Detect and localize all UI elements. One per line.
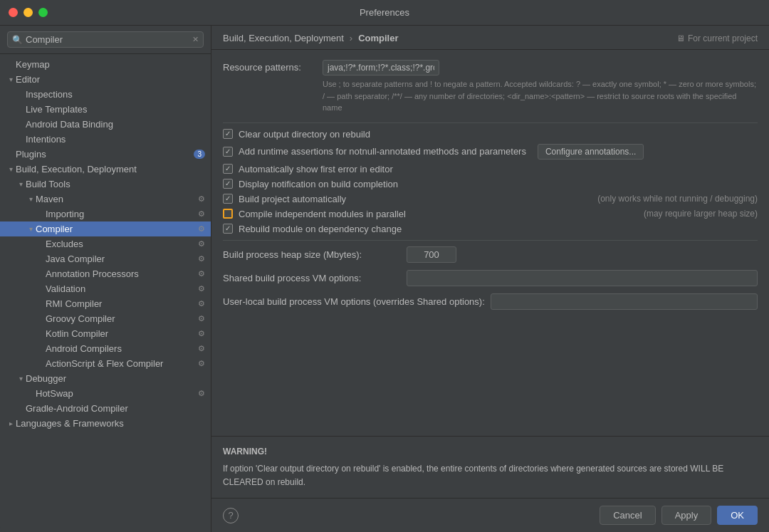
- sidebar-label-kotlin-compiler: Kotlin Compiler: [46, 328, 195, 339]
- divider-1: [223, 122, 758, 123]
- sidebar-label-validation: Validation: [46, 283, 195, 294]
- ok-button[interactable]: OK: [717, 506, 758, 525]
- sidebar-item-annotation-processors[interactable]: Annotation Processors⚙: [0, 266, 211, 281]
- sidebar-item-rmi-compiler[interactable]: RMI Compiler⚙: [0, 296, 211, 311]
- gear-icon: ⚙: [198, 269, 205, 278]
- checkbox-label-build-auto: Build project automatically: [239, 194, 346, 204]
- sidebar: 🔍 ✕ KeymapEditorInspectionsLive Template…: [0, 26, 211, 532]
- right-label-compile-parallel: (may require larger heap size): [644, 209, 758, 219]
- shared-vm-input[interactable]: [407, 270, 758, 286]
- gear-icon: ⚙: [198, 224, 205, 234]
- for-current-label: 🖥 For current project: [676, 33, 758, 43]
- gear-icon: ⚙: [198, 359, 205, 368]
- checkbox-show-first-error[interactable]: [223, 164, 233, 174]
- gear-icon: ⚙: [198, 284, 205, 293]
- sidebar-item-debugger[interactable]: Debugger: [0, 371, 211, 386]
- window-title: Preferences: [360, 7, 409, 18]
- divider-2: [223, 240, 758, 241]
- sidebar-item-gradle-android[interactable]: Gradle-Android Compiler: [0, 401, 211, 416]
- sidebar-item-maven[interactable]: Maven⚙: [0, 192, 211, 207]
- user-vm-label: User-local build process VM options (ove…: [223, 296, 485, 307]
- warning-title: WARNING!: [223, 445, 758, 459]
- sidebar-item-excludes[interactable]: Excludes⚙: [0, 236, 211, 251]
- window-controls: [9, 8, 48, 17]
- sidebar-item-validation[interactable]: Validation⚙: [0, 281, 211, 296]
- right-label-build-auto: (only works while not running / debuggin…: [597, 194, 758, 204]
- user-vm-input[interactable]: [491, 293, 758, 310]
- minimize-button[interactable]: [23, 8, 33, 17]
- sidebar-item-actionscript-flex[interactable]: ActionScript & Flex Compiler⚙: [0, 356, 211, 371]
- sidebar-label-live-templates: Live Templates: [26, 104, 205, 115]
- resource-patterns-label: Resource patterns:: [223, 60, 323, 73]
- sidebar-item-plugins[interactable]: Plugins3: [0, 147, 211, 162]
- checkbox-row-display-notification: Display notification on build completion: [223, 179, 758, 189]
- sidebar-item-keymap[interactable]: Keymap: [0, 57, 211, 72]
- search-box: 🔍 ✕: [0, 26, 211, 54]
- heap-size-input[interactable]: [407, 246, 456, 263]
- sidebar-label-build-exec-deploy: Build, Execution, Deployment: [16, 164, 205, 174]
- panel-body: Resource patterns: Use ; to separate pat…: [211, 50, 769, 436]
- checkbox-compile-parallel[interactable]: [223, 209, 233, 219]
- checkbox-display-notification[interactable]: [223, 179, 233, 189]
- right-panel: Build, Execution, Deployment › Compiler …: [211, 26, 769, 532]
- sidebar-item-groovy-compiler[interactable]: Groovy Compiler⚙: [0, 311, 211, 326]
- warning-box: WARNING! If option 'Clear output directo…: [211, 436, 769, 498]
- sidebar-label-keymap: Keymap: [16, 59, 205, 70]
- sidebar-label-compiler: Compiler: [36, 224, 195, 234]
- sidebar-item-editor[interactable]: Editor: [0, 72, 211, 87]
- checkbox-clear-output[interactable]: [223, 129, 233, 139]
- resource-patterns-input[interactable]: [323, 60, 439, 75]
- sidebar-item-compiler[interactable]: Compiler⚙: [0, 221, 211, 236]
- sidebar-label-debugger: Debugger: [26, 373, 205, 384]
- sidebar-item-android-data-binding[interactable]: Android Data Binding: [0, 117, 211, 132]
- sidebar-label-inspections: Inspections: [26, 89, 205, 100]
- sidebar-item-kotlin-compiler[interactable]: Kotlin Compiler⚙: [0, 326, 211, 341]
- sidebar-item-live-templates[interactable]: Live Templates: [0, 102, 211, 117]
- sidebar-item-build-exec-deploy[interactable]: Build, Execution, Deployment: [0, 162, 211, 177]
- cancel-button[interactable]: Cancel: [600, 506, 655, 525]
- gear-icon: ⚙: [198, 209, 205, 219]
- breadcrumb-part-1: Build, Execution, Deployment: [223, 33, 344, 43]
- checkbox-build-auto[interactable]: [223, 194, 233, 204]
- checkbox-label-rebuild-module: Rebuild module on dependency change: [239, 224, 402, 234]
- checkbox-row-show-first-error: Automatically show first error in editor: [223, 164, 758, 174]
- sidebar-label-excludes: Excludes: [46, 239, 195, 249]
- checkbox-label-clear-output: Clear output directory on rebuild: [239, 129, 370, 140]
- sidebar-item-inspections[interactable]: Inspections: [0, 87, 211, 102]
- checkbox-row-clear-output: Clear output directory on rebuild: [223, 129, 758, 140]
- checkbox-rebuild-module[interactable]: [223, 224, 233, 234]
- gear-icon: ⚙: [198, 314, 205, 323]
- gear-icon: ⚙: [198, 389, 205, 398]
- title-bar: Preferences: [0, 0, 769, 26]
- breadcrumb-sep: ›: [350, 33, 352, 43]
- checkbox-label-show-first-error: Automatically show first error in editor: [239, 164, 393, 174]
- sidebar-label-intentions: Intentions: [26, 134, 205, 145]
- gear-icon: ⚙: [198, 239, 205, 249]
- checkbox-add-runtime[interactable]: [223, 147, 233, 157]
- sidebar-item-importing[interactable]: Importing⚙: [0, 207, 211, 221]
- close-button[interactable]: [9, 8, 18, 17]
- maximize-button[interactable]: [38, 8, 48, 17]
- shared-vm-row: Shared build process VM options:: [223, 270, 758, 286]
- sidebar-label-gradle-android: Gradle-Android Compiler: [26, 403, 205, 414]
- sidebar-item-hotswap[interactable]: HotSwap⚙: [0, 386, 211, 401]
- sidebar-label-rmi-compiler: RMI Compiler: [46, 298, 195, 309]
- sidebar-item-android-compilers[interactable]: Android Compilers⚙: [0, 341, 211, 356]
- sidebar-item-build-tools[interactable]: Build Tools: [0, 177, 211, 192]
- shared-vm-label: Shared build process VM options:: [223, 273, 401, 283]
- help-button[interactable]: ?: [223, 508, 239, 523]
- checkbox-row-rebuild-module: Rebuild module on dependency change: [223, 224, 758, 234]
- apply-button[interactable]: Apply: [661, 506, 712, 525]
- configure-annotations-button[interactable]: Configure annotations...: [538, 144, 644, 160]
- clear-icon[interactable]: ✕: [192, 35, 199, 44]
- sidebar-tree: KeymapEditorInspectionsLive TemplatesAnd…: [0, 54, 211, 532]
- sidebar-item-intentions[interactable]: Intentions: [0, 132, 211, 147]
- gear-icon: ⚙: [198, 344, 205, 353]
- checkbox-label-display-notification: Display notification on build completion: [239, 179, 398, 189]
- sidebar-label-android-data-binding: Android Data Binding: [26, 119, 205, 130]
- sidebar-item-languages-frameworks[interactable]: Languages & Frameworks: [0, 416, 211, 431]
- checkbox-row-compile-parallel: Compile independent modules in parallel(…: [223, 209, 758, 219]
- sidebar-item-java-compiler[interactable]: Java Compiler⚙: [0, 251, 211, 266]
- search-input[interactable]: [26, 34, 192, 45]
- gear-icon: ⚙: [198, 329, 205, 338]
